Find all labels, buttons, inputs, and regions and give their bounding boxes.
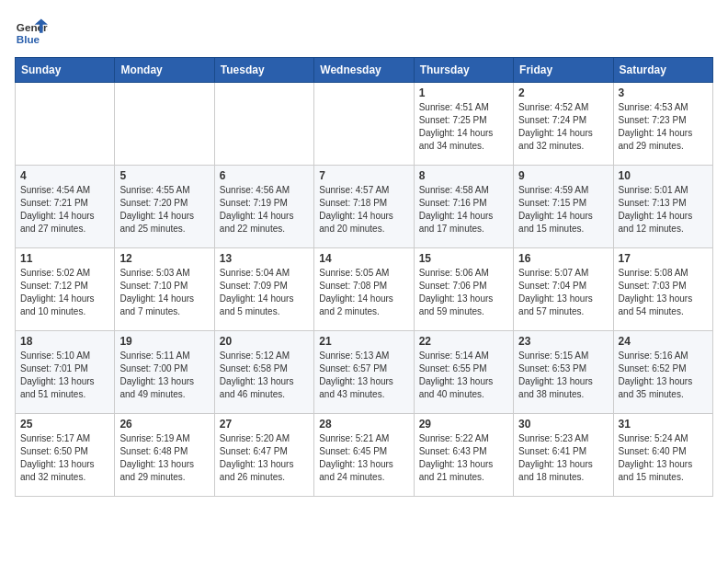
col-header-tuesday: Tuesday [214, 58, 313, 83]
day-number: 8 [419, 169, 508, 182]
day-detail: Sunrise: 4:52 AM Sunset: 7:24 PM Dayligh… [518, 101, 608, 153]
day-cell: 10Sunrise: 5:01 AM Sunset: 7:13 PM Dayli… [613, 166, 712, 248]
day-cell: 27Sunrise: 5:20 AM Sunset: 6:47 PM Dayli… [214, 414, 313, 497]
day-detail: Sunrise: 5:01 AM Sunset: 7:13 PM Dayligh… [619, 184, 708, 236]
day-cell: 1Sunrise: 4:51 AM Sunset: 7:25 PM Daylig… [414, 83, 513, 166]
day-number: 20 [220, 335, 309, 348]
day-cell [214, 83, 313, 166]
day-cell: 11Sunrise: 5:02 AM Sunset: 7:12 PM Dayli… [16, 248, 115, 331]
week-row-3: 11Sunrise: 5:02 AM Sunset: 7:12 PM Dayli… [16, 248, 713, 331]
day-cell: 20Sunrise: 5:12 AM Sunset: 6:58 PM Dayli… [214, 331, 313, 414]
col-header-friday: Friday [514, 58, 613, 83]
col-header-wednesday: Wednesday [314, 58, 414, 83]
day-detail: Sunrise: 5:12 AM Sunset: 6:58 PM Dayligh… [220, 350, 309, 401]
week-row-5: 25Sunrise: 5:17 AM Sunset: 6:50 PM Dayli… [16, 414, 713, 497]
day-detail: Sunrise: 5:22 AM Sunset: 6:43 PM Dayligh… [419, 432, 508, 484]
day-cell: 31Sunrise: 5:24 AM Sunset: 6:40 PM Dayli… [613, 414, 712, 497]
day-number: 14 [319, 252, 408, 265]
day-detail: Sunrise: 5:21 AM Sunset: 6:45 PM Dayligh… [319, 432, 408, 484]
day-cell: 2Sunrise: 4:52 AM Sunset: 7:24 PM Daylig… [514, 83, 613, 166]
day-detail: Sunrise: 5:08 AM Sunset: 7:03 PM Dayligh… [619, 267, 708, 318]
day-cell: 17Sunrise: 5:08 AM Sunset: 7:03 PM Dayli… [613, 248, 712, 331]
day-detail: Sunrise: 5:03 AM Sunset: 7:10 PM Dayligh… [119, 267, 209, 318]
day-cell: 9Sunrise: 4:59 AM Sunset: 7:15 PM Daylig… [514, 166, 613, 248]
day-number: 27 [220, 418, 309, 431]
day-cell: 5Sunrise: 4:55 AM Sunset: 7:20 PM Daylig… [115, 166, 214, 248]
day-detail: Sunrise: 5:05 AM Sunset: 7:08 PM Dayligh… [319, 267, 408, 318]
day-cell: 28Sunrise: 5:21 AM Sunset: 6:45 PM Dayli… [314, 414, 414, 497]
day-number: 21 [319, 335, 408, 348]
day-number: 25 [20, 418, 109, 431]
day-number: 3 [619, 86, 708, 99]
day-cell: 30Sunrise: 5:23 AM Sunset: 6:41 PM Dayli… [514, 414, 613, 497]
day-detail: Sunrise: 5:20 AM Sunset: 6:47 PM Dayligh… [220, 432, 309, 484]
day-detail: Sunrise: 4:59 AM Sunset: 7:15 PM Dayligh… [518, 184, 608, 236]
col-header-monday: Monday [115, 58, 214, 83]
day-number: 4 [20, 169, 109, 182]
day-number: 5 [119, 169, 209, 182]
day-number: 13 [220, 252, 309, 265]
col-header-thursday: Thursday [414, 58, 513, 83]
day-cell: 29Sunrise: 5:22 AM Sunset: 6:43 PM Dayli… [414, 414, 513, 497]
svg-text:Blue: Blue [17, 33, 40, 45]
calendar-header-row: SundayMondayTuesdayWednesdayThursdayFrid… [16, 58, 713, 83]
day-detail: Sunrise: 5:15 AM Sunset: 6:53 PM Dayligh… [518, 350, 608, 401]
day-detail: Sunrise: 4:54 AM Sunset: 7:21 PM Dayligh… [20, 184, 109, 236]
day-cell: 25Sunrise: 5:17 AM Sunset: 6:50 PM Dayli… [16, 414, 115, 497]
day-cell [16, 83, 115, 166]
day-number: 12 [119, 252, 209, 265]
day-detail: Sunrise: 4:56 AM Sunset: 7:19 PM Dayligh… [220, 184, 309, 236]
day-number: 16 [518, 252, 608, 265]
day-cell: 4Sunrise: 4:54 AM Sunset: 7:21 PM Daylig… [16, 166, 115, 248]
day-cell: 14Sunrise: 5:05 AM Sunset: 7:08 PM Dayli… [314, 248, 414, 331]
day-number: 26 [119, 418, 209, 431]
week-row-2: 4Sunrise: 4:54 AM Sunset: 7:21 PM Daylig… [16, 166, 713, 248]
col-header-sunday: Sunday [16, 58, 115, 83]
day-detail: Sunrise: 5:02 AM Sunset: 7:12 PM Dayligh… [20, 267, 109, 318]
day-detail: Sunrise: 5:11 AM Sunset: 7:00 PM Dayligh… [119, 350, 209, 401]
day-cell: 18Sunrise: 5:10 AM Sunset: 7:01 PM Dayli… [16, 331, 115, 414]
calendar-table: SundayMondayTuesdayWednesdayThursdayFrid… [15, 57, 713, 497]
day-detail: Sunrise: 4:57 AM Sunset: 7:18 PM Dayligh… [319, 184, 408, 236]
day-detail: Sunrise: 5:04 AM Sunset: 7:09 PM Dayligh… [220, 267, 309, 318]
day-cell: 8Sunrise: 4:58 AM Sunset: 7:16 PM Daylig… [414, 166, 513, 248]
day-number: 22 [419, 335, 508, 348]
day-cell: 26Sunrise: 5:19 AM Sunset: 6:48 PM Dayli… [115, 414, 214, 497]
day-detail: Sunrise: 5:23 AM Sunset: 6:41 PM Dayligh… [518, 432, 608, 484]
page-header: General Blue [15, 15, 713, 48]
day-cell: 16Sunrise: 5:07 AM Sunset: 7:04 PM Dayli… [514, 248, 613, 331]
day-number: 1 [419, 86, 508, 99]
day-number: 28 [319, 418, 408, 431]
day-number: 18 [20, 335, 109, 348]
day-number: 17 [619, 252, 708, 265]
day-detail: Sunrise: 5:16 AM Sunset: 6:52 PM Dayligh… [619, 350, 708, 401]
day-number: 6 [220, 169, 309, 182]
day-number: 2 [518, 86, 608, 99]
day-number: 19 [119, 335, 209, 348]
day-number: 29 [419, 418, 508, 431]
day-detail: Sunrise: 5:17 AM Sunset: 6:50 PM Dayligh… [20, 432, 109, 484]
day-number: 15 [419, 252, 508, 265]
col-header-saturday: Saturday [613, 58, 712, 83]
day-detail: Sunrise: 5:13 AM Sunset: 6:57 PM Dayligh… [319, 350, 408, 401]
day-cell: 15Sunrise: 5:06 AM Sunset: 7:06 PM Dayli… [414, 248, 513, 331]
day-cell: 3Sunrise: 4:53 AM Sunset: 7:23 PM Daylig… [613, 83, 712, 166]
day-detail: Sunrise: 4:53 AM Sunset: 7:23 PM Dayligh… [619, 101, 708, 153]
day-number: 7 [319, 169, 408, 182]
day-detail: Sunrise: 4:51 AM Sunset: 7:25 PM Dayligh… [419, 101, 508, 153]
day-detail: Sunrise: 5:07 AM Sunset: 7:04 PM Dayligh… [518, 267, 608, 318]
day-detail: Sunrise: 5:24 AM Sunset: 6:40 PM Dayligh… [619, 432, 708, 484]
day-detail: Sunrise: 5:10 AM Sunset: 7:01 PM Dayligh… [20, 350, 109, 401]
day-number: 24 [619, 335, 708, 348]
day-cell: 23Sunrise: 5:15 AM Sunset: 6:53 PM Dayli… [514, 331, 613, 414]
day-number: 11 [20, 252, 109, 265]
week-row-1: 1Sunrise: 4:51 AM Sunset: 7:25 PM Daylig… [16, 83, 713, 166]
day-cell: 6Sunrise: 4:56 AM Sunset: 7:19 PM Daylig… [214, 166, 313, 248]
day-cell [115, 83, 214, 166]
day-number: 9 [518, 169, 608, 182]
day-cell: 13Sunrise: 5:04 AM Sunset: 7:09 PM Dayli… [214, 248, 313, 331]
day-detail: Sunrise: 4:58 AM Sunset: 7:16 PM Dayligh… [419, 184, 508, 236]
day-number: 10 [619, 169, 708, 182]
day-cell: 7Sunrise: 4:57 AM Sunset: 7:18 PM Daylig… [314, 166, 414, 248]
day-number: 30 [518, 418, 608, 431]
